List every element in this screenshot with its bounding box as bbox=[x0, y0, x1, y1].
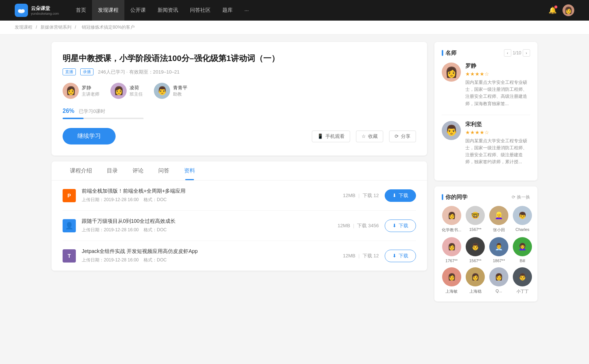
sidebar-teacher-stars-0: ★★★★☆ bbox=[465, 71, 530, 77]
logo[interactable]: 云朵课堂 yundouketang.com bbox=[15, 4, 59, 17]
classmate-name-2: 张小田 bbox=[493, 227, 505, 233]
breadcrumb-sep2: / bbox=[75, 25, 77, 30]
mobile-watch-button[interactable]: 📱 手机观看 bbox=[312, 131, 350, 142]
classmate-5: 👨 1567** bbox=[466, 237, 485, 263]
badge-live: 直播 bbox=[63, 68, 76, 75]
sidebar-teacher-0: 👩 罗静 ★★★★☆ 国内某重点大学安全工程专业硕士，国家一级注册消防工程师、注… bbox=[442, 63, 530, 107]
share-label: 分享 bbox=[401, 133, 410, 140]
user-avatar-nav[interactable]: 👩 bbox=[562, 4, 574, 16]
classmates-title-accent bbox=[442, 194, 443, 200]
breadcrumb: 发现课程 / 新媒体营销系列 / 销冠修炼术搞定80%的客户 bbox=[0, 21, 589, 35]
teachers-pagination: ‹ 1/10 › bbox=[504, 49, 530, 57]
collect-label: 收藏 bbox=[368, 133, 378, 140]
progress-bar-bg bbox=[63, 118, 144, 119]
classmate-avatar-1: 🤓 bbox=[466, 206, 485, 225]
notification-bell[interactable]: 🔔 bbox=[549, 6, 557, 14]
logo-icon bbox=[15, 4, 28, 17]
nav-discover[interactable]: 发现课程 bbox=[92, 0, 124, 21]
res-downloads-0: 下载 12 bbox=[363, 192, 379, 199]
res-icon-1: 👤 bbox=[63, 219, 76, 232]
breadcrumb-discover[interactable]: 发现课程 bbox=[15, 25, 32, 30]
tab-intro[interactable]: 课程介绍 bbox=[63, 161, 99, 180]
sidebar-teacher-1: 👨 宋利坚 ★★★★☆ 国内某重点大学安全工程专业硕士，国家一级注册消防工程师、… bbox=[442, 121, 530, 166]
nav-open-course[interactable]: 公开课 bbox=[124, 0, 152, 21]
classmate-avatar-3: 👦 bbox=[513, 206, 532, 225]
tab-catalog[interactable]: 目录 bbox=[99, 161, 125, 180]
res-stats-0: 12MB | 下载 12 bbox=[343, 192, 379, 199]
resource-list: P 前端全栈加强版！前端全栈+全周期+多端应用 上传日期：2019-12-28 … bbox=[52, 181, 427, 271]
res-meta-1: 上传日期：2019-12-28 16:00 格式：DOC bbox=[82, 227, 332, 233]
sidebar-teacher-desc-0: 国内某重点大学安全工程专业硕士，国家一级注册消防工程师、注册安全工程师、高级注册… bbox=[465, 79, 530, 107]
nav-more[interactable]: ··· bbox=[239, 0, 255, 21]
teacher-name-0: 罗静 bbox=[82, 85, 99, 91]
classmate-name-10: Q... bbox=[495, 289, 502, 293]
action-row: 继续学习 📱 手机观看 ☆ 收藏 ⟳ 分享 bbox=[63, 128, 416, 144]
classmate-avatar-0: 👩 bbox=[442, 206, 461, 225]
classmate-name-11: 小丁丁 bbox=[516, 289, 529, 294]
res-format-0: 格式：DOC bbox=[144, 197, 167, 202]
classmate-avatar-5: 👨 bbox=[466, 237, 485, 256]
res-title-1: 跟随千万级项目从0到100全过程高效成长 bbox=[82, 218, 332, 225]
nav-items: 首页 发现课程 公开课 新闻资讯 问答社区 题库 ··· bbox=[70, 0, 549, 21]
teacher-role-1: 班主任 bbox=[130, 91, 143, 97]
res-meta-0: 上传日期：2019-12-28 16:00 格式：DOC bbox=[82, 197, 337, 203]
nav-right: 🔔 👩 bbox=[549, 4, 574, 16]
cloud-icon bbox=[17, 6, 25, 14]
classmate-avatar-9: 👩 bbox=[466, 267, 485, 286]
nav-qa[interactable]: 问答社区 bbox=[184, 0, 216, 21]
resource-item-1: 👤 跟随千万级项目从0到100全过程高效成长 上传日期：2019-12-28 1… bbox=[63, 211, 416, 241]
prev-page-btn[interactable]: ‹ bbox=[504, 49, 511, 57]
res-downloads-2: 下载 12 bbox=[363, 253, 379, 259]
classmate-9: 👩 上海稳 bbox=[466, 267, 485, 294]
tab-review[interactable]: 评论 bbox=[125, 161, 151, 180]
classmate-4: 👩 1767** bbox=[442, 237, 461, 263]
teachers-list: 👩 罗静 主讲老师 👩 凌荷 班主任 👨 青青平 bbox=[63, 83, 416, 99]
res-stats-2: 12MB | 下载 12 bbox=[343, 253, 379, 259]
teachers-sidebar-header: 名师 ‹ 1/10 › bbox=[442, 49, 530, 57]
refresh-classmates-btn[interactable]: ⟳ 换一换 bbox=[512, 194, 530, 200]
classmate-avatar-4: 👩 bbox=[442, 237, 461, 256]
classmate-avatar-2: 👱‍♀️ bbox=[489, 206, 508, 225]
breadcrumb-series[interactable]: 新媒体营销系列 bbox=[40, 25, 71, 30]
star-icon: ☆ bbox=[361, 133, 366, 139]
res-format-1: 格式：DOC bbox=[144, 227, 167, 232]
collect-button[interactable]: ☆ 收藏 bbox=[356, 131, 383, 142]
continue-button[interactable]: 继续学习 bbox=[63, 128, 116, 144]
sidebar-teacher-avatar-1: 👨 bbox=[442, 121, 461, 140]
share-icon: ⟳ bbox=[395, 133, 399, 139]
teacher-info-0: 罗静 主讲老师 bbox=[82, 85, 99, 97]
classmate-name-9: 上海稳 bbox=[469, 289, 482, 294]
teacher-info-2: 青青平 助教 bbox=[173, 85, 187, 97]
nav-quiz[interactable]: 题库 bbox=[216, 0, 239, 21]
res-info-1: 跟随千万级项目从0到100全过程高效成长 上传日期：2019-12-28 16:… bbox=[82, 218, 332, 233]
next-page-btn[interactable]: › bbox=[523, 49, 530, 57]
course-meta-text: 246人已学习 · 有效期至：2019–10–21 bbox=[98, 69, 180, 75]
sidebar-teacher-desc-1: 国内某重点大学安全工程专业硕士，国家一级注册消防工程师、注册安全工程师、级注册建… bbox=[465, 138, 530, 166]
refresh-label: 换一换 bbox=[517, 194, 530, 200]
nav-news[interactable]: 新闻资讯 bbox=[152, 0, 184, 21]
sidebar-teacher-name-0: 罗静 bbox=[465, 63, 530, 69]
resource-item-2: T Jetpack全组件实战 开发短视频应用高仿皮皮虾App 上传日期：2019… bbox=[63, 241, 416, 271]
download-btn-0[interactable]: ⬇ 下载 bbox=[385, 189, 416, 202]
download-label-1: 下载 bbox=[399, 222, 408, 229]
tab-resource[interactable]: 资料 bbox=[177, 161, 202, 180]
download-label-0: 下载 bbox=[399, 192, 408, 199]
classmate-7: 👩‍🦱 Bill bbox=[513, 237, 532, 263]
tabs-nav: 课程介绍 目录 评论 问答 资料 bbox=[52, 161, 427, 181]
classmate-name-3: Charles bbox=[515, 227, 529, 232]
download-btn-1[interactable]: ⬇ 下载 bbox=[385, 220, 416, 232]
classmates-header: 你的同学 ⟳ 换一换 bbox=[442, 194, 530, 201]
res-info-0: 前端全栈加强版！前端全栈+全周期+多端应用 上传日期：2019-12-28 16… bbox=[82, 188, 337, 203]
res-icon-0: P bbox=[63, 189, 76, 202]
classmate-name-4: 1767** bbox=[445, 258, 458, 263]
share-button[interactable]: ⟳ 分享 bbox=[389, 131, 416, 142]
teachers-sidebar-card: 名师 ‹ 1/10 › 👩 罗静 ★★★★☆ 国内某重点大学安全工程专业硕士，国… bbox=[434, 42, 537, 181]
nav-home[interactable]: 首页 bbox=[70, 0, 92, 21]
res-info-2: Jetpack全组件实战 开发短视频应用高仿皮皮虾App 上传日期：2019-1… bbox=[82, 248, 337, 263]
page-indicator: 1/10 bbox=[513, 50, 521, 56]
teacher-role-2: 助教 bbox=[173, 91, 187, 97]
tab-qa[interactable]: 问答 bbox=[151, 161, 177, 180]
download-btn-2[interactable]: ⬇ 下载 bbox=[385, 250, 416, 262]
badge-record: 录播 bbox=[80, 68, 94, 75]
progress-section: 26% 已学习0课时 bbox=[63, 108, 416, 119]
